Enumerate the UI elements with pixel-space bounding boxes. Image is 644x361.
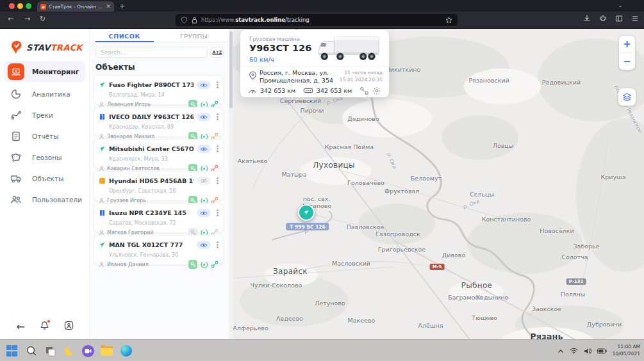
start-button-icon[interactable] <box>5 344 19 358</box>
window-minimize-button[interactable] <box>17 3 23 9</box>
tab-title: СтавТрэк - Онлайн мониторин <box>49 4 103 10</box>
tab-groups[interactable]: ГРУППЫ <box>160 29 229 42</box>
list-tabs-chevron-icon[interactable]: ⌄ <box>618 2 623 8</box>
sidebar-item-label: Мониторинг <box>32 68 79 76</box>
vehicle-list-panel: СПИСОК ГРУППЫ A↕Z Объекты Fuso Fighter Р… <box>90 29 229 339</box>
section-title: Объекты <box>95 63 229 72</box>
reload-icon[interactable]: ↻ <box>40 15 45 23</box>
zoom-in-button[interactable]: + <box>619 36 635 52</box>
file-explorer-icon[interactable] <box>100 344 113 358</box>
chat-app-icon[interactable] <box>82 345 94 357</box>
status-moving-icon <box>99 241 106 248</box>
engine-odometer-icon <box>303 84 313 97</box>
sidebar-item-objects[interactable]: Объекты <box>0 168 89 189</box>
status-stopped-icon <box>99 177 106 184</box>
volume-icon[interactable] <box>584 348 591 355</box>
objects-truck-icon <box>8 170 24 187</box>
map-layers-button[interactable] <box>618 88 636 106</box>
engine-on-icon <box>200 261 208 269</box>
map-label: Белоомут <box>411 175 442 182</box>
account-icon[interactable] <box>64 321 74 333</box>
driver-icon <box>99 262 104 268</box>
sidebar-item-geozones[interactable]: Геозоны <box>0 147 89 168</box>
sort-az-button[interactable]: A↕Z <box>211 47 224 58</box>
ignition-key-icon <box>188 260 197 269</box>
sidebar-item-reports[interactable]: Отчёты <box>0 125 89 147</box>
task-view-icon[interactable] <box>44 344 57 358</box>
edge-browser-icon[interactable] <box>119 344 133 358</box>
downloads-icon[interactable] <box>583 15 591 22</box>
screen: ▰ СтавТрэк - Онлайн мониторин ✕ + ⌄ ← → … <box>0 0 644 361</box>
shield-icon[interactable] <box>181 17 188 24</box>
window-zoom-button[interactable] <box>26 3 31 9</box>
sidebar-item-monitoring[interactable]: Мониторинг <box>4 61 85 82</box>
vehicle-card[interactable]: Isuzu NPR С234УЕ 145 Саратов, Московская… <box>94 203 224 233</box>
back-icon[interactable]: ← <box>8 15 13 23</box>
vehicle-marker[interactable] <box>298 204 315 221</box>
list-scrollbar[interactable] <box>229 29 233 339</box>
extensions-icon[interactable] <box>599 15 607 22</box>
forward-icon[interactable]: → <box>24 15 30 23</box>
bookmark-star-icon[interactable] <box>445 17 452 24</box>
moon-app-icon[interactable] <box>63 344 76 358</box>
sidebar-item-label: Геозоны <box>32 154 62 161</box>
collapse-back-icon[interactable]: ← <box>16 321 24 333</box>
scrollbar-thumb[interactable] <box>229 31 233 108</box>
map-label: Павловское <box>347 223 384 230</box>
sidebar-item-label: Аналитика <box>32 90 70 98</box>
url-bar[interactable]: https://www.stavtrack.online/tracking <box>176 14 458 26</box>
kebab-menu-icon[interactable] <box>217 239 219 251</box>
map-label: Алёшня <box>418 322 443 329</box>
notification-dot <box>47 320 50 323</box>
wifi-icon[interactable] <box>570 348 578 354</box>
tab-list[interactable]: СПИСОК <box>90 29 160 42</box>
taskbar-search-icon[interactable] <box>24 344 38 358</box>
new-tab-button[interactable]: + <box>119 2 125 10</box>
kebab-menu-icon[interactable] <box>217 207 219 219</box>
panel-tabs: СПИСОК ГРУППЫ <box>90 29 229 42</box>
visibility-eye-icon[interactable] <box>197 145 211 153</box>
kebab-menu-icon[interactable] <box>217 79 219 91</box>
sidebar-item-analytics[interactable]: Аналитика <box>0 83 89 104</box>
search-input[interactable] <box>95 47 208 58</box>
visibility-eye-off-icon[interactable] <box>197 177 211 185</box>
menu-hamburger-icon[interactable] <box>631 15 639 22</box>
taskbar-clock[interactable]: 11:00 AM 10/05/2021 <box>613 344 640 358</box>
notifications-bell-icon[interactable] <box>40 321 49 333</box>
map-label: Заборье <box>573 243 599 250</box>
vehicle-card[interactable]: MAN TGL Х012СТ 777 Ульяновск, Гончарова,… <box>94 235 224 265</box>
kebab-menu-icon[interactable] <box>217 175 219 187</box>
tab-close-icon[interactable]: ✕ <box>106 4 111 10</box>
share-route-button[interactable] <box>359 86 369 95</box>
zoom-out-button[interactable]: − <box>619 53 635 70</box>
vehicle-card[interactable]: Hyundai HD65 Р456АВ 197 Оренбург, Советс… <box>94 171 224 201</box>
vehicle-card[interactable]: Fuso Fighter Р890СТ 173 Волгоград, Мира,… <box>94 75 224 105</box>
battery-icon[interactable] <box>597 348 607 354</box>
settings-gear-button[interactable] <box>372 86 381 95</box>
sidebar-item-tracks[interactable]: Треки <box>0 104 89 125</box>
map-label-town: Рыбное <box>461 281 492 290</box>
sidebar-item-users[interactable]: Пользователи <box>0 189 89 210</box>
sidebar-panel-icon[interactable] <box>615 15 623 22</box>
visibility-eye-icon[interactable] <box>197 241 211 249</box>
vehicle-name: IVECO DAILY У963СТ 126 <box>109 113 194 120</box>
map-label: Солотча <box>561 253 588 261</box>
map-canvas[interactable]: Никиткино Рязановский Радовицкий Сергиев… <box>233 29 644 339</box>
engine-odometer-value: 342 653 км <box>317 87 352 94</box>
visibility-eye-icon[interactable] <box>197 113 211 121</box>
visibility-eye-icon[interactable] <box>197 209 211 217</box>
map-label: Ходынино <box>476 294 509 301</box>
monitoring-icon <box>8 63 24 80</box>
visibility-eye-icon[interactable] <box>197 81 211 89</box>
vehicle-card[interactable]: Mitsubishi Canter С567ОР 790 Красноярск,… <box>94 139 224 169</box>
kebab-menu-icon[interactable] <box>217 111 219 123</box>
kebab-menu-icon[interactable] <box>217 143 219 155</box>
lock-icon <box>192 17 197 24</box>
tray-chevron-icon[interactable] <box>557 349 564 353</box>
map-label: Ловцы <box>493 142 514 149</box>
browser-tab[interactable]: ▰ СтавТрэк - Онлайн мониторин ✕ <box>37 1 114 12</box>
vehicle-name: MAN TGL Х012СТ 777 <box>109 241 194 248</box>
marker-plate-label: Т 999 ВС 126 <box>286 223 329 230</box>
vehicle-card[interactable]: IVECO DAILY У963СТ 126 Краснодар, Красна… <box>94 107 224 137</box>
window-close-button[interactable] <box>9 3 15 9</box>
